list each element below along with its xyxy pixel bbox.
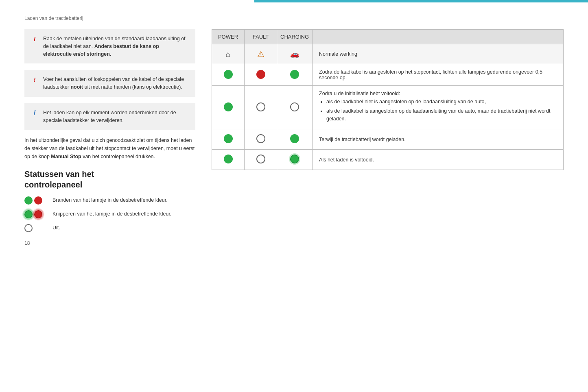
th-desc [313, 30, 564, 44]
notice-box-1: ! Raak de metalen uiteinden van de stand… [24, 29, 195, 63]
left-column: ! Raak de metalen uiteinden van de stand… [24, 29, 195, 238]
th-power: POWER [212, 30, 245, 44]
legend-green-circle [24, 196, 33, 205]
legend-text-empty: Uit. [52, 224, 60, 232]
td-r3-power [212, 129, 245, 150]
notice-text-3: Het laden kan op elk moment worden onder… [43, 109, 189, 124]
charging-label: CHARGING [280, 34, 309, 40]
body-paragraph: In het uitzonderlijke geval dat u zich g… [24, 136, 195, 161]
r4-fault-empty [256, 155, 265, 163]
legend-icons-blink [24, 210, 47, 218]
warning-icon-1: ! [31, 35, 38, 43]
right-column: POWER FAULT CHARGING [212, 29, 564, 170]
td-r2-power [212, 86, 245, 129]
r1-power-green [224, 70, 233, 79]
info-icon: i [31, 109, 38, 117]
desc-r3: Terwijl de tractiebatterij wordt geladen… [319, 137, 406, 142]
r2-power-green [224, 102, 233, 111]
td-r1-desc: Zodra de laadkabel is aangesloten op het… [313, 64, 564, 86]
fault-label: FAULT [253, 34, 269, 40]
r3-charging-green [290, 134, 299, 143]
top-bar [254, 0, 588, 2]
legend-item-empty: Uit. [24, 224, 195, 232]
notice-text-1: Raak de metalen uiteinden van de standaa… [43, 35, 189, 58]
legend-icons-solid [24, 196, 47, 205]
notice-text-2: Voer het aansluiten of loskoppelen van d… [43, 76, 189, 91]
legend-blink-green-circle [24, 210, 33, 218]
status-table: POWER FAULT CHARGING [212, 29, 564, 170]
r3-fault-empty [256, 134, 265, 143]
page-number: 18 [24, 240, 30, 246]
warning-triangle-icon: ⚠ [257, 50, 264, 59]
td-r3-desc: Terwijl de tractiebatterij wordt geladen… [313, 129, 564, 150]
td-fault-warning: ⚠ [245, 44, 277, 64]
legend-empty-circle [24, 224, 33, 232]
warning-icon-2: ! [31, 76, 38, 83]
r4-power-green [224, 155, 233, 163]
desc-r2-list: als de laadkabel niet is aangesloten op … [319, 98, 559, 122]
td-desc-normal: Normale werking [313, 44, 564, 64]
desc-r1: Zodra de laadkabel is aangesloten op het… [319, 69, 542, 81]
notice-box-2: ! Voer het aansluiten of loskoppelen van… [24, 70, 195, 97]
r1-fault-red [256, 70, 265, 79]
r3-power-green [224, 134, 233, 143]
td-r1-fault [245, 64, 277, 86]
legend-item-solid: Branden van het lampje in de desbetreffe… [24, 196, 195, 205]
desc-r2-intro: Zodra u de initialisatie hebt voltooid: [319, 91, 400, 96]
car-icon: 🚗 [290, 50, 299, 58]
th-fault: FAULT [245, 30, 277, 44]
td-charging-car: 🚗 [277, 44, 313, 64]
table-row-3: Terwijl de tractiebatterij wordt geladen… [212, 129, 564, 150]
table-row-4: Als het laden is voltooid. [212, 150, 564, 170]
table-row-1: Zodra de laadkabel is aangesloten op het… [212, 64, 564, 86]
r2-charging-empty [290, 102, 299, 111]
td-r1-power [212, 64, 245, 86]
table-row-2: Zodra u de initialisatie hebt voltooid: … [212, 86, 564, 129]
power-label: POWER [218, 34, 238, 40]
legend-text-blink: Knipperen van het lampje in de desbetref… [52, 210, 171, 218]
td-r2-desc: Zodra u de initialisatie hebt voltooid: … [313, 86, 564, 129]
page-title: Laden van de tractiebatterij [24, 15, 564, 21]
td-r4-desc: Als het laden is voltooid. [313, 150, 564, 170]
desc-r2-list-item-2: als de laadkabel is aangesloten op de la… [326, 107, 559, 123]
td-r2-fault [245, 86, 277, 129]
desc-normale-werking: Normale werking [319, 51, 357, 57]
td-r4-charging [277, 150, 313, 170]
td-r1-charging [277, 64, 313, 86]
r2-fault-empty [256, 102, 265, 111]
td-r4-fault [245, 150, 277, 170]
td-r2-charging [277, 86, 313, 129]
section-heading: Statussen van hetcontrolepaneel [24, 169, 195, 190]
legend-icons-empty [24, 224, 47, 232]
notice-box-3: i Het laden kan op elk moment worden ond… [24, 103, 195, 130]
legend-red-circle [34, 196, 42, 205]
td-r4-power [212, 150, 245, 170]
content-wrapper: ! Raak de metalen uiteinden van de stand… [24, 29, 564, 238]
legend-text-solid: Branden van het lampje in de desbetreffe… [52, 196, 168, 204]
r1-charging-green [290, 70, 299, 79]
td-power-house: ⌂ [212, 44, 245, 64]
desc-r4: Als het laden is voltooid. [319, 157, 374, 163]
page-container: Laden van de tractiebatterij ! Raak de m… [0, 0, 588, 254]
td-r3-charging [277, 129, 313, 150]
table-row-icons: ⌂ ⚠ 🚗 Normale werking [212, 44, 564, 64]
legend-blink-red-circle [34, 210, 42, 218]
house-icon: ⌂ [225, 50, 230, 59]
legend-item-blink: Knipperen van het lampje in de desbetref… [24, 210, 195, 218]
desc-r2-list-item-1: als de laadkabel niet is aangesloten op … [326, 98, 559, 106]
td-r3-fault [245, 129, 277, 150]
th-charging: CHARGING [277, 30, 313, 44]
r4-charging-blink-green [290, 155, 299, 163]
